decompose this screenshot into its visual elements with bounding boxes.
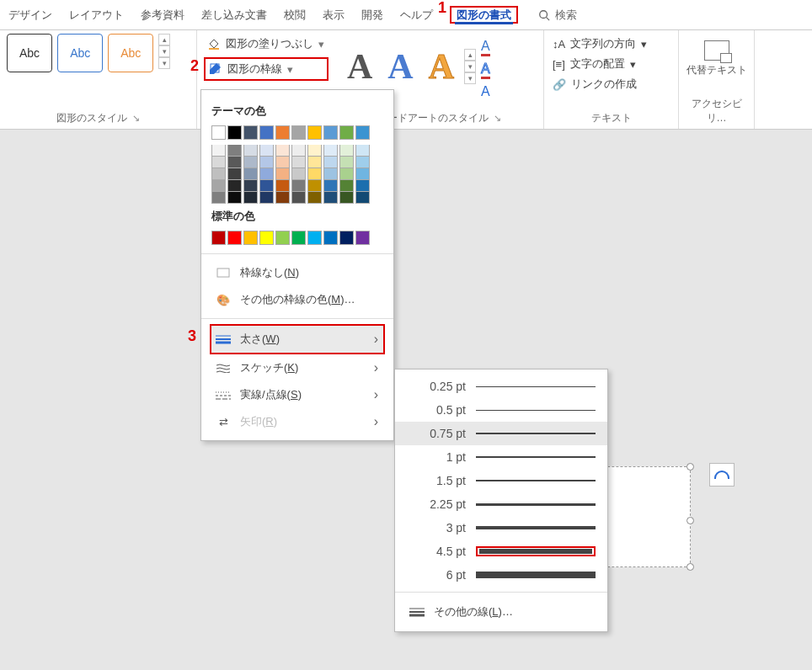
layout-options-button[interactable] (709, 463, 735, 487)
color-swatch[interactable] (323, 180, 338, 192)
tab-shape-format[interactable]: 図形の書式 (450, 6, 518, 24)
color-swatch[interactable] (227, 192, 242, 204)
shape-style-spinner[interactable]: ▴▾▾ (158, 34, 170, 69)
color-swatch[interactable] (259, 157, 274, 168)
color-swatch[interactable] (243, 231, 258, 245)
text-direction-button[interactable]: ↕A文字列の方向 ▾ (551, 34, 671, 54)
tab-help[interactable]: ヘルプ (400, 8, 433, 23)
color-swatch[interactable] (339, 192, 354, 204)
color-swatch[interactable] (355, 231, 370, 245)
color-swatch[interactable] (339, 180, 354, 192)
wordart-spinner[interactable]: ▴▾▾ (464, 49, 476, 84)
weight-option[interactable]: 0.5 pt (395, 398, 607, 422)
text-outline-icon[interactable]: A (481, 61, 490, 79)
weight-option[interactable]: 6 pt (395, 563, 607, 587)
dialog-launcher-icon[interactable]: ↘ (132, 113, 140, 124)
wordart-style-3[interactable]: A (424, 46, 459, 87)
color-swatch[interactable] (291, 157, 306, 168)
text-align-button[interactable]: [≡]文字の配置 ▾ (551, 54, 671, 74)
shape-style-2[interactable]: Abc (57, 34, 103, 72)
color-swatch[interactable] (275, 157, 290, 168)
text-fill-icon[interactable]: A (481, 39, 490, 56)
weight-option[interactable]: 4.5 pt (395, 540, 607, 563)
color-swatch[interactable] (291, 168, 306, 180)
more-outline-colors-item[interactable]: 🎨 その他の枠線の色(M)… (211, 286, 383, 313)
weight-option[interactable]: 3 pt (395, 516, 607, 540)
color-swatch[interactable] (323, 157, 338, 168)
dialog-launcher-icon[interactable]: ↘ (494, 113, 501, 124)
shape-style-1[interactable]: Abc (7, 34, 52, 72)
color-swatch[interactable] (339, 145, 354, 157)
color-swatch[interactable] (323, 192, 338, 204)
weight-option[interactable]: 0.25 pt (395, 375, 607, 398)
color-swatch[interactable] (307, 180, 322, 192)
sketch-submenu-item[interactable]: スケッチ(K) (211, 354, 383, 381)
create-link-button[interactable]: 🔗リンクの作成 (551, 74, 671, 94)
tab-references[interactable]: 参考資料 (141, 8, 184, 23)
tab-layout[interactable]: レイアウト (69, 8, 124, 23)
color-swatch[interactable] (275, 168, 290, 180)
color-swatch[interactable] (307, 231, 322, 245)
color-swatch[interactable] (355, 145, 370, 157)
color-swatch[interactable] (355, 157, 370, 168)
tab-design[interactable]: デザイン (8, 8, 52, 23)
weight-submenu-item[interactable]: 太さ(W) (210, 324, 385, 354)
color-swatch[interactable] (211, 180, 226, 192)
color-swatch[interactable] (243, 168, 258, 180)
color-swatch[interactable] (211, 145, 226, 157)
color-swatch[interactable] (291, 145, 306, 157)
color-swatch[interactable] (307, 157, 322, 168)
color-swatch[interactable] (211, 231, 226, 245)
color-swatch[interactable] (339, 231, 354, 245)
color-swatch[interactable] (227, 125, 242, 140)
color-swatch[interactable] (243, 145, 258, 157)
color-swatch[interactable] (211, 192, 226, 204)
color-swatch[interactable] (355, 125, 370, 140)
text-effects-icon[interactable]: A (481, 84, 490, 99)
color-swatch[interactable] (291, 231, 306, 245)
tab-developer[interactable]: 開発 (361, 8, 383, 23)
resize-handle[interactable] (686, 463, 694, 471)
color-swatch[interactable] (275, 145, 290, 157)
color-swatch[interactable] (275, 192, 290, 204)
more-lines-item[interactable]: その他の線(L)… (395, 598, 607, 626)
color-swatch[interactable] (259, 192, 274, 204)
color-swatch[interactable] (291, 125, 306, 140)
color-swatch[interactable] (259, 231, 274, 245)
tab-view[interactable]: 表示 (323, 8, 345, 23)
color-swatch[interactable] (339, 125, 354, 140)
color-swatch[interactable] (243, 192, 258, 204)
weight-option[interactable]: 2.25 pt (395, 492, 607, 516)
resize-handle[interactable] (686, 517, 694, 524)
wordart-style-2[interactable]: A (382, 46, 418, 87)
color-swatch[interactable] (291, 180, 306, 192)
color-swatch[interactable] (243, 125, 258, 140)
color-swatch[interactable] (323, 168, 338, 180)
tab-review[interactable]: 校閲 (284, 8, 306, 23)
color-swatch[interactable] (307, 145, 322, 157)
alt-text-button[interactable]: 代替テキスト (686, 34, 747, 76)
color-swatch[interactable] (227, 180, 242, 192)
tab-mailings[interactable]: 差し込み文書 (201, 8, 267, 23)
shape-outline-button[interactable]: 図形の枠線 ▾ (204, 57, 329, 81)
weight-option[interactable]: 0.75 pt (395, 422, 607, 445)
color-swatch[interactable] (259, 180, 274, 192)
color-swatch[interactable] (259, 145, 274, 157)
dashes-submenu-item[interactable]: 実線/点線(S) (211, 381, 383, 408)
color-swatch[interactable] (275, 125, 290, 140)
search-box[interactable]: 検索 (538, 8, 577, 23)
color-swatch[interactable] (323, 145, 338, 157)
weight-option[interactable]: 1.5 pt (395, 469, 607, 492)
color-swatch[interactable] (227, 231, 242, 245)
color-swatch[interactable] (243, 180, 258, 192)
weight-option[interactable]: 1 pt (395, 445, 607, 469)
color-swatch[interactable] (259, 168, 274, 180)
color-swatch[interactable] (211, 157, 226, 168)
color-swatch[interactable] (323, 231, 338, 245)
color-swatch[interactable] (211, 168, 226, 180)
no-outline-item[interactable]: 枠線なし(N) (211, 259, 383, 286)
color-swatch[interactable] (227, 145, 242, 157)
color-swatch[interactable] (339, 168, 354, 180)
color-swatch[interactable] (323, 125, 338, 140)
resize-handle[interactable] (686, 563, 694, 571)
